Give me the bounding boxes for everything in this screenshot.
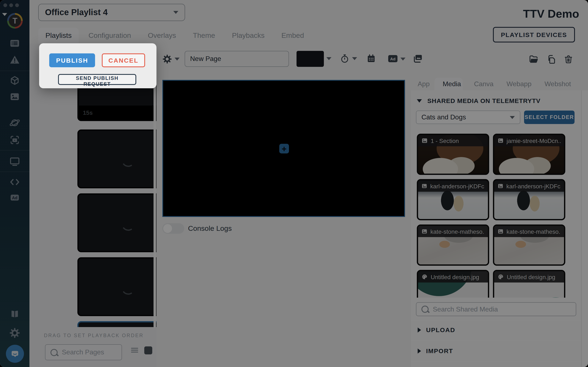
send-publish-request-button[interactable]: SEND PUBLISH REQUEST [58,74,136,85]
publish-popup: PUBLISH CANCEL SEND PUBLISH REQUEST [39,43,156,88]
publish-button[interactable]: PUBLISH [49,53,95,67]
app-window: T [0,0,588,367]
cancel-button[interactable]: CANCEL [102,53,145,67]
